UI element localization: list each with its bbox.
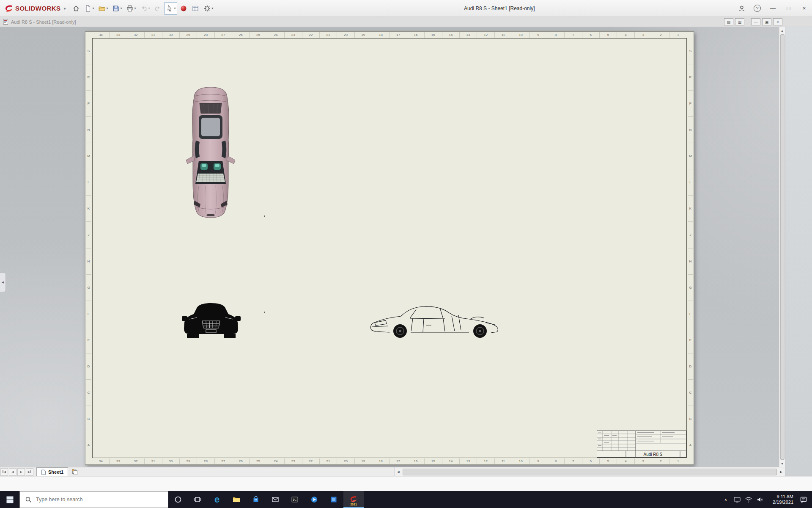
vertical-scroll-thumb[interactable] — [780, 34, 785, 460]
pane-right-icon[interactable]: ▥ — [735, 18, 744, 25]
prev-icon: ◀ — [4, 470, 6, 474]
new-document-button[interactable]: ▾ — [82, 2, 96, 15]
sheet-border-frame — [92, 38, 687, 458]
last-sheet-button[interactable]: ▶ — [26, 468, 33, 476]
minimize-button[interactable]: — — [765, 0, 781, 17]
zone-letter: B — [688, 406, 693, 432]
scroll-left-icon[interactable]: ◀ — [395, 467, 402, 476]
cortana-button[interactable] — [168, 491, 188, 508]
taskbar-search[interactable] — [19, 491, 168, 508]
prev-sheet-button[interactable]: ◀ — [9, 468, 16, 476]
zone-letter: J — [688, 222, 693, 248]
account-button[interactable] — [734, 0, 749, 17]
horizontal-scrollbar[interactable]: ◀ ▶ — [394, 467, 785, 476]
first-sheet-button[interactable]: ◀ — [0, 468, 8, 476]
feature-manager-collapsed-tab[interactable]: ◀ — [0, 273, 6, 292]
store-icon — [252, 496, 260, 503]
pane-left-icon[interactable]: ▤ — [724, 18, 733, 25]
caret-down-icon[interactable]: ▾ — [211, 6, 213, 10]
horizontal-scroll-thumb[interactable] — [403, 469, 777, 475]
undo-button[interactable]: ▾ — [138, 2, 151, 15]
zone-letter: P — [688, 91, 693, 117]
tab-sheet1[interactable]: Sheet1 — [36, 467, 68, 476]
menu-flyout-icon[interactable]: ▸ — [64, 6, 66, 11]
zone-number: 28 — [197, 458, 214, 464]
next-sheet-button[interactable]: ▶ — [17, 468, 25, 476]
scroll-up-icon[interactable]: ▲ — [781, 27, 784, 34]
file-explorer-button[interactable] — [227, 491, 246, 508]
drawing-view-top[interactable] — [182, 86, 239, 221]
solidworks-taskbar-button[interactable]: 2021 — [343, 491, 364, 508]
options-button[interactable]: ▾ — [202, 2, 215, 15]
close-button[interactable]: × — [796, 0, 812, 17]
drawing-view-front[interactable] — [182, 302, 241, 343]
doc-restore-button[interactable]: ▣ — [762, 18, 771, 25]
save-button[interactable]: ▾ — [110, 2, 123, 15]
caret-down-icon[interactable]: ▾ — [120, 6, 122, 10]
solidworks-menu[interactable]: SOLIDWORKS ▸ — [0, 4, 70, 13]
store-button[interactable] — [246, 491, 266, 508]
zone-number: 1 — [669, 458, 686, 464]
tray-expand-button[interactable]: ∧ — [720, 491, 731, 508]
task-view-button[interactable] — [188, 491, 207, 508]
zone-letter: R — [688, 64, 693, 91]
media-player-button[interactable] — [304, 491, 324, 508]
scroll-down-icon[interactable]: ▼ — [781, 460, 784, 467]
graphics-area[interactable]: 3433323130292827262524232221201918171615… — [0, 27, 785, 467]
drawing-sheet[interactable]: 3433323130292827262524232221201918171615… — [85, 31, 694, 465]
doc-minimize-button[interactable]: — — [751, 18, 760, 25]
edge-button[interactable]: e — [207, 491, 227, 508]
tables-button[interactable] — [190, 2, 201, 15]
appearance-button[interactable] — [178, 2, 189, 15]
select-button[interactable]: ▾ — [164, 2, 177, 15]
taskbar-clock[interactable]: 9:11 AM 2/19/2021 — [765, 491, 795, 508]
document-titlebar: Audi R8 S - Sheet1 [Read-only] ▤ ▥ — ▣ × — [0, 17, 812, 27]
mail-button[interactable] — [266, 491, 285, 508]
view-anchor-dot — [264, 215, 265, 217]
zone-number: 23 — [285, 458, 302, 464]
start-button[interactable] — [0, 491, 19, 508]
zone-number: 6 — [582, 32, 600, 38]
drawing-view-side[interactable] — [369, 305, 502, 342]
photos-button[interactable] — [324, 491, 343, 508]
tray-device-button[interactable] — [731, 491, 743, 508]
add-sheet-button[interactable] — [70, 467, 80, 476]
network-icon — [745, 496, 752, 503]
zone-number: 8 — [547, 458, 565, 464]
zone-letters-left: SRPNMLKJHGFEDCBA — [86, 38, 91, 458]
undo-icon — [140, 5, 148, 12]
zone-number: 25 — [250, 32, 267, 38]
help-button[interactable]: ? — [749, 0, 765, 17]
caret-down-icon[interactable]: ▾ — [174, 6, 176, 10]
zone-number: 12 — [477, 32, 494, 38]
zone-letter: E — [688, 327, 693, 353]
zone-number: 29 — [180, 32, 197, 38]
title-block[interactable]: Audi R8 S — [597, 431, 686, 458]
caret-down-icon[interactable]: ▾ — [92, 6, 94, 10]
task-pane-strip[interactable] — [785, 27, 812, 476]
maximize-button[interactable]: □ — [781, 0, 796, 17]
redo-button[interactable] — [152, 2, 163, 15]
zone-number: 14 — [442, 458, 460, 464]
zone-letter: F — [86, 301, 91, 327]
zone-number: 15 — [425, 458, 442, 464]
search-input[interactable] — [36, 497, 154, 502]
zone-number: 3 — [635, 458, 652, 464]
home-button[interactable] — [71, 2, 82, 15]
vertical-scrollbar[interactable]: ▲ ▼ — [779, 27, 785, 467]
caret-down-icon[interactable]: ▾ — [148, 6, 150, 10]
zone-numbers-bottom: 3433323130292827262524232221201918171615… — [92, 458, 687, 464]
doc-close-button[interactable]: × — [773, 18, 782, 25]
caret-down-icon[interactable]: ▾ — [134, 6, 136, 10]
open-button[interactable]: ▾ — [96, 2, 110, 15]
terminal-button[interactable] — [285, 491, 304, 508]
bar-icon — [3, 470, 3, 473]
action-center-button[interactable] — [795, 491, 812, 508]
scroll-right-icon[interactable]: ▶ — [777, 467, 785, 476]
tray-volume-button[interactable] — [754, 491, 765, 508]
tray-network-button[interactable] — [743, 491, 754, 508]
zone-letter: C — [86, 380, 91, 406]
zone-number: 6 — [582, 458, 600, 464]
caret-down-icon[interactable]: ▾ — [106, 6, 108, 10]
print-button[interactable]: ▾ — [124, 2, 137, 15]
